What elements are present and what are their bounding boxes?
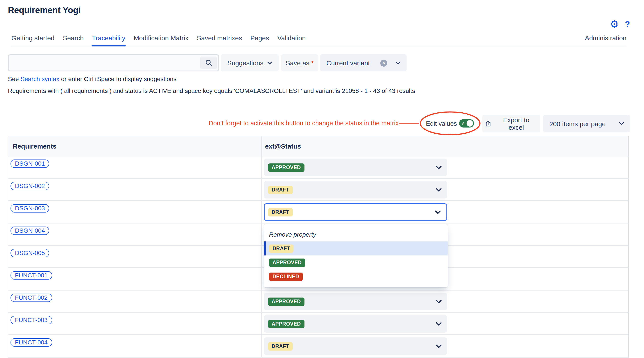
status-cell: DRAFT — [262, 335, 628, 357]
page-size-label: 200 items per page — [549, 120, 615, 127]
status-badge: APPROVED — [269, 258, 305, 267]
chevron-down-icon — [436, 322, 442, 326]
status-cell: DRAFT — [262, 201, 628, 222]
menu-option-declined[interactable]: DECLINED — [264, 270, 448, 284]
status-badge: APPROVED — [268, 297, 304, 306]
variant-label: Current variant — [326, 59, 376, 66]
tab-bar: Getting startedSearchTraceabilityModific… — [11, 34, 626, 46]
status-select[interactable]: APPROVED — [264, 315, 447, 332]
status-select[interactable]: APPROVED — [264, 158, 447, 176]
chevron-down-icon — [396, 61, 400, 65]
chevron-down-icon — [268, 61, 272, 65]
requirement-link-funct-003[interactable]: FUNCT-003 — [10, 316, 52, 324]
export-button[interactable]: Export to excel — [482, 115, 540, 132]
chevron-down-icon — [435, 210, 441, 214]
search-icon[interactable] — [200, 56, 217, 69]
status-badge: DRAFT — [268, 186, 293, 194]
chevron-down-icon — [436, 188, 442, 192]
requirement-link-funct-004[interactable]: FUNCT-004 — [10, 338, 52, 346]
tab-traceability[interactable]: Traceability — [92, 34, 126, 46]
tab-getting-started[interactable]: Getting started — [11, 34, 55, 46]
variant-select[interactable]: Current variant × — [320, 54, 406, 72]
top-icons: ⚙ ? — [610, 19, 630, 29]
requirement-yogi-page: Requirement Yogi ⚙ ? Getting startedSear… — [0, 0, 644, 358]
suggestions-label: Suggestions — [227, 59, 263, 66]
menu-options: DRAFT APPROVED DECLINED — [264, 242, 448, 284]
table-header: Requirements ext@Status — [8, 136, 628, 156]
menu-option-approved[interactable]: APPROVED — [264, 256, 448, 270]
suggestions-button[interactable]: Suggestions — [221, 54, 279, 72]
help-icon[interactable]: ? — [625, 20, 630, 28]
chevron-down-icon — [619, 122, 624, 125]
requirement-link-funct-002[interactable]: FUNCT-002 — [10, 294, 52, 302]
status-badge: APPROVED — [268, 163, 304, 172]
status-badge: APPROVED — [268, 320, 304, 328]
toggle-knob — [466, 120, 473, 127]
table-row: FUNCT-003 APPROVED — [8, 313, 628, 335]
menu-option-draft[interactable]: DRAFT — [264, 242, 448, 256]
annotation-line — [399, 123, 419, 124]
requirement-link-dsgn-001[interactable]: DSGN-001 — [10, 160, 49, 168]
search-input-wrap — [8, 54, 219, 72]
status-badge: DRAFT — [268, 208, 293, 216]
chevron-down-icon — [436, 344, 442, 348]
save-as-label: Save as — [286, 59, 309, 66]
tab-administration[interactable]: Administration — [585, 34, 626, 46]
requirement-cell: DSGN-001 — [8, 156, 262, 178]
page-title: Requirement Yogi — [8, 5, 80, 15]
status-badge: DECLINED — [269, 272, 303, 281]
annotation-text: Don’t forget to activate this button to … — [209, 120, 399, 127]
tab-validation[interactable]: Validation — [277, 34, 306, 46]
tab-list: Getting startedSearchTraceabilityModific… — [11, 34, 306, 46]
hint-prefix: See — [8, 75, 20, 82]
requirement-link-dsgn-005[interactable]: DSGN-005 — [10, 249, 49, 257]
status-cell: DRAFT — [262, 179, 628, 200]
requirement-cell: DSGN-005 — [8, 246, 262, 267]
save-as-button[interactable]: Save as * — [281, 54, 318, 72]
table-row: DSGN-001 APPROVED — [8, 156, 628, 179]
chevron-down-icon — [436, 300, 442, 304]
requirement-cell: FUNCT-003 — [8, 313, 262, 334]
table-row: DSGN-003 DRAFT — [8, 201, 628, 224]
status-select[interactable]: APPROVED — [264, 293, 447, 310]
magnifier-glyph — [205, 59, 212, 66]
table-row: DSGN-002 DRAFT — [8, 179, 628, 201]
requirement-link-dsgn-003[interactable]: DSGN-003 — [10, 204, 49, 212]
hint-suffix: or enter Ctrl+Space to display suggestio… — [59, 75, 176, 82]
required-asterisk: * — [311, 59, 314, 66]
requirement-link-funct-001[interactable]: FUNCT-001 — [10, 271, 52, 280]
table-row: FUNCT-002 APPROVED — [8, 290, 628, 313]
status-badge: DRAFT — [268, 342, 293, 350]
requirement-cell: FUNCT-002 — [8, 290, 262, 312]
requirements-table: Requirements ext@Status DSGN-001 APPROVE… — [8, 136, 629, 358]
check-icon: ✓ — [461, 120, 465, 126]
column-header-status: ext@Status — [262, 136, 628, 156]
status-cell: APPROVED — [262, 156, 628, 178]
chevron-down-icon — [436, 166, 442, 169]
requirement-link-dsgn-004[interactable]: DSGN-004 — [10, 226, 49, 235]
requirement-cell: FUNCT-004 — [8, 335, 262, 357]
settings-gear-icon[interactable]: ⚙ — [610, 19, 619, 29]
status-select[interactable]: DRAFT — [264, 338, 447, 355]
search-input[interactable] — [12, 55, 187, 70]
requirement-cell: DSGN-002 — [8, 179, 262, 200]
edit-values-label: Edit values — [426, 120, 457, 127]
export-icon — [485, 120, 491, 127]
clear-variant-icon[interactable]: × — [380, 59, 387, 66]
tab-pages[interactable]: Pages — [250, 34, 270, 46]
requirement-link-dsgn-002[interactable]: DSGN-002 — [10, 182, 49, 190]
tab-modification-matrix[interactable]: Modification Matrix — [133, 34, 189, 46]
status-select[interactable]: DRAFT — [264, 181, 447, 198]
status-dropdown-menu: Remove property DRAFT APPROVED DECLINED — [264, 224, 448, 288]
edit-values-toggle[interactable]: ✓ — [459, 119, 474, 128]
tab-search[interactable]: Search — [62, 34, 84, 46]
tab-saved-matrixes[interactable]: Saved matrixes — [196, 34, 242, 46]
export-label: Export to excel — [495, 116, 538, 131]
status-badge: DRAFT — [269, 244, 294, 252]
page-size-select[interactable]: 200 items per page — [543, 115, 630, 132]
requirement-cell: DSGN-004 — [8, 224, 262, 245]
search-syntax-link[interactable]: Search syntax — [20, 75, 59, 82]
status-select[interactable]: DRAFT — [264, 203, 447, 221]
menu-option-remove-property[interactable]: Remove property — [264, 228, 448, 242]
search-hint: See Search syntax or enter Ctrl+Space to… — [8, 75, 176, 82]
